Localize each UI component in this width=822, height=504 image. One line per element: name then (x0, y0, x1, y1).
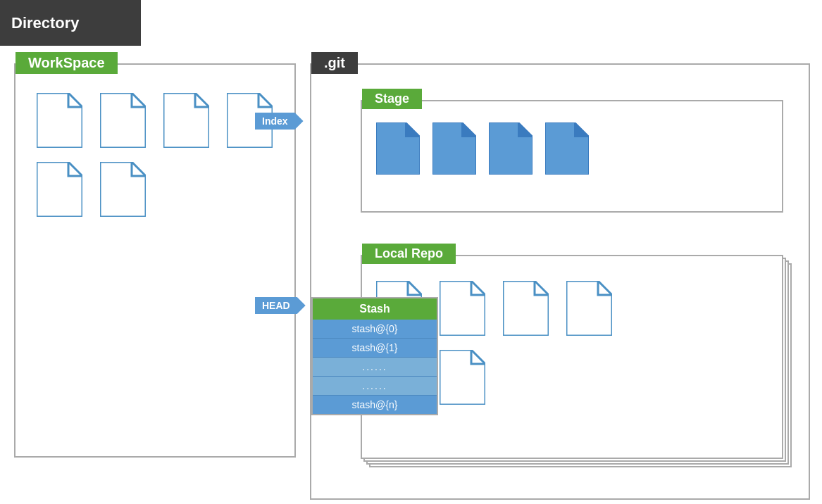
header-bar: Directory (0, 0, 141, 46)
svg-marker-1 (100, 93, 146, 148)
svg-marker-15 (440, 350, 485, 405)
stash-item-dots-1: ...... (313, 358, 437, 377)
stash-header: Stash (313, 298, 437, 320)
svg-marker-4 (37, 162, 82, 217)
local-repo-file-4 (566, 281, 623, 336)
workspace-file-1 (37, 93, 93, 148)
svg-marker-12 (503, 281, 549, 336)
workspace-file-2 (100, 93, 156, 148)
svg-marker-11 (440, 281, 485, 336)
stage-files-grid (376, 122, 589, 175)
svg-marker-0 (37, 93, 82, 148)
stash-item-0: stash@{0} (313, 320, 437, 339)
head-arrow-label: HEAD (255, 297, 306, 314)
head-arrow: HEAD (255, 297, 306, 314)
svg-marker-5 (100, 162, 146, 217)
index-arrow: Index (255, 113, 304, 130)
stage-box: Stage (361, 100, 783, 213)
local-repo-file-3 (503, 281, 559, 336)
svg-marker-13 (566, 281, 612, 336)
workspace-file-6 (100, 162, 156, 217)
page-title: Directory (11, 14, 80, 32)
workspace-files-grid (37, 93, 283, 217)
workspace-file-3 (163, 93, 220, 148)
workspace-file-5 (37, 162, 93, 217)
local-repo-label: Local Repo (362, 244, 456, 264)
stage-file-4 (545, 122, 589, 175)
stash-item-1: stash@{1} (313, 339, 437, 358)
index-arrow-label: Index (255, 113, 304, 130)
stage-file-2 (432, 122, 476, 175)
local-repo-file-6 (440, 350, 496, 405)
stage-file-3 (489, 122, 533, 175)
git-label: .git (311, 52, 358, 74)
workspace-label: WorkSpace (15, 52, 118, 74)
workspace-box: WorkSpace (14, 63, 296, 458)
svg-marker-2 (163, 93, 209, 148)
local-repo-file-2 (440, 281, 496, 336)
stash-box: Stash stash@{0} stash@{1} ...... ...... … (311, 297, 438, 415)
git-box: .git Index Stage (310, 63, 810, 500)
stash-item-n: stash@{n} (313, 396, 437, 414)
stash-item-dots-2: ...... (313, 377, 437, 396)
stage-label: Stage (362, 89, 422, 109)
stage-file-1 (376, 122, 420, 175)
